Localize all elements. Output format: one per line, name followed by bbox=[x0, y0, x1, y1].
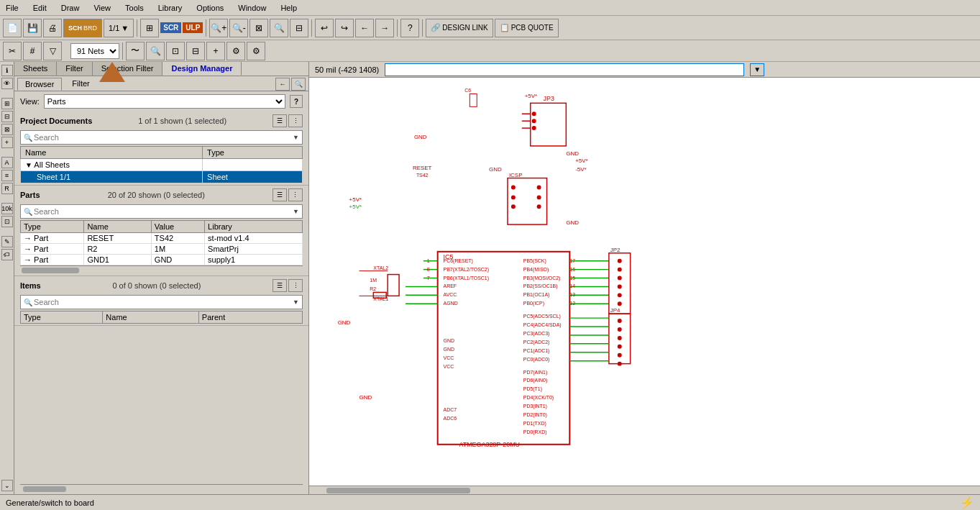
menu-window[interactable]: Window bbox=[235, 2, 269, 14]
menu-edit[interactable]: Edit bbox=[30, 2, 50, 14]
sub-tab-icon2[interactable]: 🔍 bbox=[291, 78, 306, 91]
menu-view[interactable]: View bbox=[91, 2, 114, 14]
sub-tab-browser[interactable]: Browser bbox=[17, 78, 62, 91]
pcb-quote-btn[interactable]: 📋 PCB QUOTE bbox=[495, 19, 559, 37]
help-btn[interactable]: ? bbox=[400, 19, 419, 37]
vtb-btn4[interactable]: + bbox=[1, 137, 13, 148]
redo-btn[interactable]: ↪ bbox=[335, 19, 354, 37]
zoom-actual-btn[interactable]: ⊟ bbox=[290, 19, 308, 37]
table-row[interactable]: → Part GND1 GND supply1 bbox=[21, 255, 303, 265]
tab-sheets[interactable]: Sheets bbox=[14, 62, 57, 76]
new-btn[interactable]: 📄 bbox=[3, 19, 22, 37]
zoom-out-btn[interactable]: 🔍- bbox=[229, 19, 248, 37]
zoom-area-btn[interactable]: ⊠ bbox=[249, 19, 268, 37]
items-col-type: Type bbox=[21, 311, 103, 324]
proj-docs-btn2[interactable]: ⋮ bbox=[288, 114, 303, 127]
vtb-btn6[interactable]: ≡ bbox=[1, 170, 13, 181]
svg-text:PC6(RESET): PC6(RESET) bbox=[444, 258, 473, 264]
page-select[interactable]: 1/1 ▼ bbox=[104, 19, 134, 37]
table-row[interactable]: ▼ All Sheets bbox=[21, 159, 303, 171]
design-link-btn[interactable]: 🔗 DESIGN LINK bbox=[426, 19, 493, 37]
menu-options[interactable]: Options bbox=[193, 2, 226, 14]
svg-text:13: 13 bbox=[569, 292, 575, 297]
sub-tab-icon1[interactable]: ← bbox=[275, 78, 290, 91]
menu-help[interactable]: Help bbox=[278, 2, 300, 14]
table-row[interactable]: → Part RESET TS42 st-mod v1.4 bbox=[21, 233, 303, 244]
menu-tools[interactable]: Tools bbox=[122, 2, 147, 14]
panel-help-btn[interactable]: ? bbox=[290, 95, 303, 108]
vtb-btn11[interactable]: 🏷 bbox=[1, 249, 13, 260]
svg-point-93 bbox=[618, 362, 622, 366]
svg-text:VCC: VCC bbox=[444, 364, 454, 369]
sub-tab-filter[interactable]: Filter bbox=[65, 78, 96, 91]
vtb-btn10[interactable]: ✎ bbox=[1, 236, 13, 247]
items-btn1[interactable]: ☰ bbox=[273, 279, 287, 292]
menu-library[interactable]: Library bbox=[155, 2, 186, 14]
project-docs-search-row: 🔍 ▼ bbox=[20, 129, 303, 146]
menu-file[interactable]: File bbox=[3, 2, 22, 14]
vtb-btn8[interactable]: 10k bbox=[1, 203, 13, 214]
eye-btn[interactable]: 👁 bbox=[1, 78, 13, 89]
zoom-in-btn[interactable]: 🔍+ bbox=[209, 19, 228, 37]
save-btn[interactable]: 💾 bbox=[23, 19, 42, 37]
view-select[interactable]: Parts Nets Buses bbox=[44, 94, 285, 109]
proj-docs-btn1[interactable]: ☰ bbox=[273, 114, 287, 127]
lightning-icon: ⚡ bbox=[960, 496, 974, 509]
items-search[interactable] bbox=[34, 298, 293, 306]
wave-btn[interactable]: 〜 bbox=[126, 42, 145, 60]
svg-text:12: 12 bbox=[569, 301, 575, 306]
vtb-btn1[interactable]: ⊞ bbox=[1, 98, 13, 109]
parts-btn2[interactable]: ⋮ bbox=[288, 188, 303, 201]
zoom-fit-btn[interactable]: 🔍 bbox=[270, 19, 288, 37]
snap-btn[interactable]: ⊡ bbox=[166, 42, 185, 60]
search-arrow2[interactable]: ▼ bbox=[293, 208, 299, 215]
vtb-btn3[interactable]: ⊠ bbox=[1, 124, 13, 135]
brd-toggle[interactable]: SCHBRD bbox=[63, 19, 102, 37]
parts-btn1[interactable]: ☰ bbox=[273, 188, 287, 201]
table-row[interactable]: → Part R2 1M SmartPrj bbox=[21, 244, 303, 255]
items-btn2[interactable]: ⋮ bbox=[288, 279, 303, 292]
filter-btn[interactable]: ▽ bbox=[43, 42, 62, 60]
search-arrow1[interactable]: ▼ bbox=[293, 134, 299, 141]
vtb-btn5[interactable]: A bbox=[1, 157, 13, 168]
parts-search[interactable] bbox=[34, 207, 293, 216]
undo-btn[interactable]: ↩ bbox=[315, 19, 334, 37]
coord-dropdown[interactable]: ▼ bbox=[750, 63, 764, 76]
table-row[interactable]: Sheet 1/1 Sheet bbox=[21, 171, 303, 183]
scr-btn[interactable]: SCR bbox=[160, 22, 181, 33]
grid-btn[interactable]: # bbox=[23, 42, 42, 60]
svg-text:1M: 1M bbox=[370, 278, 377, 283]
canvas-hscroll[interactable] bbox=[309, 486, 980, 494]
col-type: Type bbox=[203, 147, 303, 159]
svg-text:8: 8 bbox=[427, 267, 430, 272]
canvas-area: 50 mil (-429 1408) ▼ JP3 +5V* bbox=[309, 62, 980, 494]
vtb-btn7[interactable]: R bbox=[1, 183, 13, 194]
back-btn[interactable]: ← bbox=[355, 19, 374, 37]
menu-draw[interactable]: Draw bbox=[58, 2, 83, 14]
vtb-btn9[interactable]: ⊡ bbox=[1, 216, 13, 227]
net-select[interactable]: 91 Nets bbox=[70, 43, 119, 59]
project-docs-search[interactable] bbox=[34, 133, 293, 142]
vtb-bottom-btn[interactable]: ⌄ bbox=[1, 480, 13, 491]
coord-input[interactable] bbox=[385, 63, 744, 76]
tab-filter[interactable]: Filter bbox=[57, 62, 92, 76]
schematic-canvas[interactable]: JP3 +5V* GND GND GND GND GND GND -5V* +5… bbox=[309, 78, 980, 486]
parts-hscroll[interactable] bbox=[20, 265, 303, 274]
connect-btn[interactable]: ⊟ bbox=[186, 42, 205, 60]
properties-btn[interactable]: ⚙ bbox=[247, 42, 265, 60]
vtb-btn2[interactable]: ⊟ bbox=[1, 111, 13, 122]
svg-text:PD6(AIN0): PD6(AIN0) bbox=[523, 378, 548, 383]
zoom-search-btn[interactable]: 🔍 bbox=[146, 42, 165, 60]
add-wire-btn[interactable]: + bbox=[206, 42, 225, 60]
ulp-btn[interactable]: ULP bbox=[183, 22, 203, 33]
selector-btn[interactable]: ✂ bbox=[3, 42, 22, 60]
copy-btn[interactable]: ⊞ bbox=[140, 19, 159, 37]
info-btn[interactable]: ℹ bbox=[1, 65, 13, 76]
settings-btn[interactable]: ⚙ bbox=[226, 42, 245, 60]
svg-point-91 bbox=[618, 345, 622, 349]
print-btn[interactable]: 🖨 bbox=[43, 19, 62, 37]
forward-btn[interactable]: → bbox=[375, 19, 394, 37]
search-arrow3[interactable]: ▼ bbox=[293, 299, 299, 306]
tab-design-manager[interactable]: Design Manager bbox=[162, 62, 242, 76]
svg-point-25 bbox=[537, 204, 541, 209]
